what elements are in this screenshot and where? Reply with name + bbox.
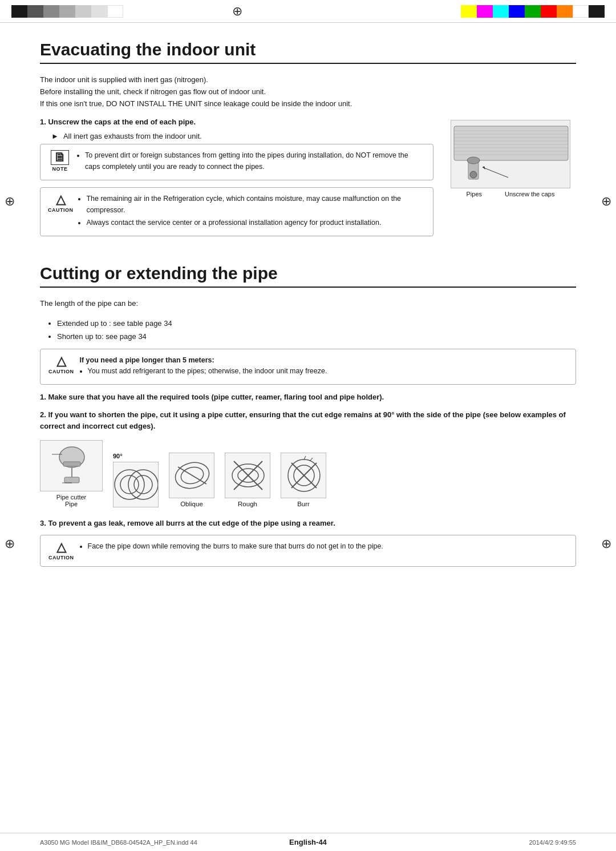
section2-bullet-list: Extended up to : see table page 34 Short… xyxy=(57,318,576,343)
evacuation-diagram xyxy=(451,120,570,188)
color-bar-top: ⊕ xyxy=(0,0,616,23)
swatch-white xyxy=(107,5,123,18)
footer-left-text: A3050 MG Model IB&IM_DB68-04542A_HP_EN.i… xyxy=(40,839,218,846)
swatch-cyan xyxy=(493,5,509,18)
swatch-orange xyxy=(557,5,573,18)
swatch-lighter-gray xyxy=(75,5,91,18)
caution-label-2: CAUTION xyxy=(48,369,74,374)
oblique-svg xyxy=(169,453,214,498)
swatches-left xyxy=(11,5,123,18)
svg-line-36 xyxy=(310,458,313,461)
swatch-light-gray xyxy=(59,5,75,18)
svg-rect-15 xyxy=(63,462,80,466)
bullet-text: All inert gas exhausts from the indoor u… xyxy=(63,132,202,140)
registration-mark-top-center: ⊕ xyxy=(232,4,242,19)
correct-pipe-svg xyxy=(114,462,158,507)
svg-point-10 xyxy=(467,157,480,164)
page-footer: A3050 MG Model IB&IM_DB68-04542A_HP_EN.i… xyxy=(0,833,616,851)
pipe-cutter-svg xyxy=(40,440,102,491)
pipe-cutter-label: Pipe cutter Pipe xyxy=(56,494,87,507)
intro-line3: If this one isn't true, DO NOT INSTALL T… xyxy=(40,98,433,110)
intro-text: The indoor unit is supplied with inert g… xyxy=(40,74,433,110)
note-icon-block: 🗎 NOTE xyxy=(48,150,71,172)
reg-mark-right: ⊕ xyxy=(601,194,611,209)
caution2-item1: You must add refrigerant to the pipes; o… xyxy=(88,366,327,377)
svg-line-35 xyxy=(304,456,306,459)
evacuation-svg xyxy=(451,120,570,188)
swatch-near-white xyxy=(91,5,107,18)
section2-title: Cutting or extending the pipe xyxy=(40,264,576,288)
rough-svg xyxy=(225,453,270,498)
cutting-diagrams: Pipe cutter Pipe 90° xyxy=(40,440,576,507)
evacuation-row: The indoor unit is supplied with inert g… xyxy=(40,74,576,243)
footer-right-text: 2014/4/2 9:49:55 xyxy=(398,839,576,846)
caution-item-1-0: The remaining air in the Refrigeration c… xyxy=(86,193,425,216)
section2-bullet-0: Extended up to : see table page 34 xyxy=(57,318,576,330)
caution-symbol-3: △ xyxy=(56,541,66,554)
svg-line-26 xyxy=(178,467,206,484)
caution-label-3: CAUTION xyxy=(48,555,74,560)
intro-line1: The indoor unit is supplied with inert g… xyxy=(40,74,433,86)
burr-svg xyxy=(281,453,326,498)
step-list-1: 1. Unscrew the caps at the end of each p… xyxy=(40,118,433,126)
svg-rect-0 xyxy=(454,126,568,160)
caution-icon-block-2: △ CAUTION xyxy=(48,355,74,374)
svg-point-13 xyxy=(470,171,477,178)
pipe-cutter-diagram: Pipe cutter Pipe xyxy=(40,440,103,507)
correct-pipe-box xyxy=(113,462,159,507)
rough-box xyxy=(225,453,270,498)
caution-box-1: △ CAUTION The remaining air in the Refri… xyxy=(40,187,433,236)
step1-item: 1. Unscrew the caps at the end of each p… xyxy=(40,118,433,126)
note-label: NOTE xyxy=(52,166,67,172)
swatch-mid-gray xyxy=(43,5,59,18)
pipe-cutter-box xyxy=(40,440,103,491)
reg-mark-left: ⊕ xyxy=(5,194,15,209)
step1-text: Unscrew the caps at the end of each pipe… xyxy=(48,118,196,126)
angle-label: 90° xyxy=(113,453,123,459)
page-content: Evacuating the indoor unit The indoor un… xyxy=(0,23,616,602)
label-pipes: Pipes xyxy=(467,191,483,197)
caution-text-2: If you need a pipe longer than 5 meters:… xyxy=(80,355,327,379)
step2-1-number: 1. xyxy=(40,393,46,401)
caution-icon-block-3: △ CAUTION xyxy=(48,541,74,560)
caution-label-1: CAUTION xyxy=(48,207,74,213)
bullet-item-1: ► All inert gas exhausts from the indoor… xyxy=(51,132,433,140)
caution-icon-block-1: △ CAUTION xyxy=(48,193,72,213)
burr-label: Burr xyxy=(297,501,310,507)
reg-mark-right2: ⊕ xyxy=(601,537,611,551)
swatches-right xyxy=(461,5,605,18)
step3-text: To prevent a gas leak, remove all burrs … xyxy=(48,519,335,527)
swatch-magenta xyxy=(477,5,493,18)
swatch-black xyxy=(11,5,27,18)
swatch-white2 xyxy=(573,5,589,18)
step2-2-text: If you want to shorten the pipe, cut it … xyxy=(40,410,566,430)
reg-mark-left2: ⊕ xyxy=(5,537,15,551)
caution-symbol-1: △ xyxy=(56,193,66,206)
section2: Cutting or extending the pipe The length… xyxy=(40,264,576,567)
section2-bullet-1: Shorten up to: see page 34 xyxy=(57,331,576,343)
caution-text-1: The remaining air in the Refrigeration c… xyxy=(78,193,425,230)
swatch-green xyxy=(525,5,541,18)
svg-marker-12 xyxy=(483,166,485,170)
step1-number: 1. xyxy=(40,118,46,126)
swatch-red xyxy=(541,5,557,18)
page-number: English-44 xyxy=(218,838,397,846)
note-item-0: To prevent dirt or foreign substances fr… xyxy=(85,150,425,172)
swatch-dark-gray xyxy=(27,5,43,18)
evacuation-right: Pipes Unscrew the caps xyxy=(445,74,576,243)
svg-point-20 xyxy=(115,470,144,499)
caution-text-3: Face the pipe down while removing the bu… xyxy=(80,541,383,554)
rough-diagram: Rough xyxy=(225,453,270,507)
rough-label: Rough xyxy=(238,501,257,507)
label-unscrew: Unscrew the caps xyxy=(505,191,554,197)
note-box: 🗎 NOTE To prevent dirt or foreign substa… xyxy=(40,144,433,180)
oblique-box xyxy=(169,453,214,498)
step2-1-text: Make sure that you have all the required… xyxy=(48,393,384,401)
step3-number: 3. xyxy=(40,519,46,527)
caution3-item0: Face the pipe down while removing the bu… xyxy=(88,541,383,552)
svg-line-11 xyxy=(483,167,508,178)
step2-2-number: 2. xyxy=(40,410,46,419)
caution-item-1-1: Always contact the service center or a p… xyxy=(86,217,425,228)
diagram-label: Pipes Unscrew the caps xyxy=(467,191,555,197)
svg-point-22 xyxy=(128,470,158,499)
